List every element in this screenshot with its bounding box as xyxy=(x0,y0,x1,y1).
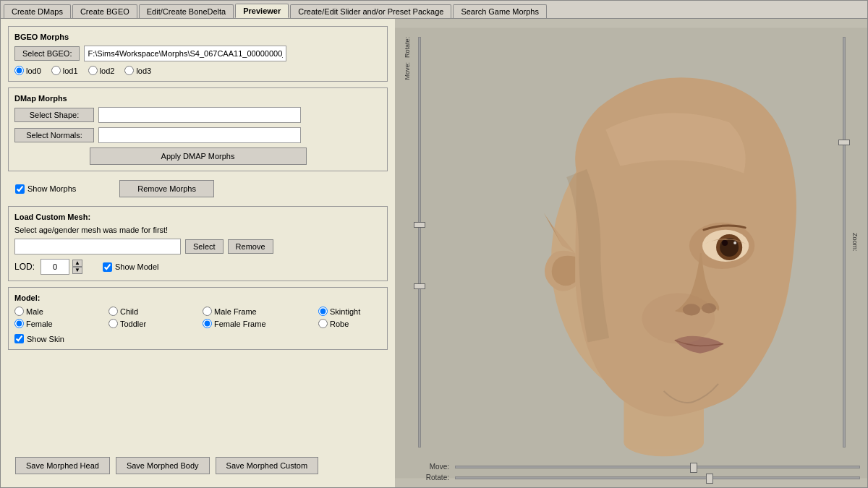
morphs-controls-row: Show Morphs Remove Morphs xyxy=(8,177,388,200)
svg-point-12 xyxy=(642,293,715,343)
show-morphs-checkbox-item[interactable]: Show Morphs xyxy=(15,184,76,194)
save-morphed-head-button[interactable]: Save Morphed Head xyxy=(15,457,110,474)
lod3-radio[interactable] xyxy=(124,66,134,75)
skintight-radio-item[interactable]: Skintight xyxy=(318,307,395,316)
left-slider-track xyxy=(418,37,421,448)
custom-mesh-remove-button[interactable]: Remove xyxy=(228,239,273,254)
head-render xyxy=(395,19,867,487)
apply-dmap-morphs-button[interactable]: Apply DMAP Morphs xyxy=(90,147,307,165)
toddler-radio-item[interactable]: Toddler xyxy=(109,319,203,328)
left-panel: BGEO Morphs Select BGEO: lod0 lod1 xyxy=(1,19,395,487)
lod1-radio-item[interactable]: lod1 xyxy=(51,66,78,75)
normals-input[interactable] xyxy=(98,127,301,143)
remove-morphs-button[interactable]: Remove Morphs xyxy=(119,180,214,197)
male-frame-radio-item[interactable]: Male Frame xyxy=(203,307,318,316)
main-window: Create DMaps Create BGEO Edit/Create Bon… xyxy=(0,0,868,488)
right-slider-area: Zoom: xyxy=(837,37,859,448)
select-shape-row: Select Shape: xyxy=(14,107,381,123)
tab-search-game-morphs[interactable]: Search Game Morphs xyxy=(453,4,547,18)
lod2-label: lod2 xyxy=(100,67,115,75)
left-slider-thumb2[interactable] xyxy=(414,283,425,289)
bottom-move-thumb[interactable] xyxy=(690,463,697,473)
model-section-title: Model: xyxy=(14,294,381,302)
viewport: Rotate: Move: Zoom: xyxy=(395,19,867,487)
content-area: BGEO Morphs Select BGEO: lod0 lod1 xyxy=(1,18,867,487)
rotate-label: Rotate: xyxy=(404,37,411,58)
load-custom-mesh-title: Load Custom Mesh: xyxy=(14,213,381,221)
toddler-radio[interactable] xyxy=(109,319,118,328)
male-label: Male xyxy=(26,307,43,316)
select-bgeo-button[interactable]: Select BGEO: xyxy=(14,46,80,61)
tab-create-dmaps[interactable]: Create DMaps xyxy=(4,4,71,18)
lod1-label: lod1 xyxy=(63,67,78,75)
lod-decrement-button[interactable]: ▼ xyxy=(72,267,82,274)
robe-radio[interactable] xyxy=(318,319,328,328)
select-normals-button[interactable]: Select Normals: xyxy=(14,128,94,142)
svg-point-9 xyxy=(733,241,736,244)
lod0-radio[interactable] xyxy=(14,66,24,75)
lod-value-input[interactable] xyxy=(41,259,69,275)
lod3-label: lod3 xyxy=(136,67,151,75)
toddler-label: Toddler xyxy=(120,320,146,328)
save-morphed-body-button[interactable]: Save Morphed Body xyxy=(116,457,210,474)
save-morphed-custom-button[interactable]: Save Morphed Custom xyxy=(216,457,319,474)
lod0-radio-item[interactable]: lod0 xyxy=(14,66,41,75)
left-slider-area: Rotate: Move: xyxy=(404,37,425,448)
male-radio[interactable] xyxy=(14,307,24,316)
custom-mesh-select-button[interactable]: Select xyxy=(185,239,224,254)
bottom-rotate-label: Rotate: xyxy=(417,474,449,481)
bottom-rotate-track[interactable] xyxy=(455,476,860,479)
custom-mesh-input[interactable] xyxy=(14,239,181,254)
custom-mesh-instruction: Select age/gender mesh was made for firs… xyxy=(14,226,381,234)
shape-input[interactable] xyxy=(98,107,301,123)
move-label: Move: xyxy=(404,62,411,80)
child-radio-item[interactable]: Child xyxy=(109,307,203,316)
female-frame-radio[interactable] xyxy=(203,319,212,328)
tab-create-bgeo[interactable]: Create BGEO xyxy=(72,4,137,18)
bgeo-file-path-input[interactable] xyxy=(84,46,286,61)
male-frame-radio[interactable] xyxy=(203,307,212,316)
show-model-checkbox[interactable] xyxy=(103,262,112,272)
robe-radio-item[interactable]: Robe xyxy=(318,319,395,328)
show-skin-checkbox[interactable] xyxy=(14,334,24,343)
lod-row: LOD: ▲ ▼ Show Model xyxy=(14,259,381,275)
show-skin-label: Show Skin xyxy=(27,335,64,343)
bgeo-select-row: Select BGEO: xyxy=(14,46,381,61)
lod3-radio-item[interactable]: lod3 xyxy=(124,66,151,75)
bottom-sliders: Move: Rotate: xyxy=(417,463,860,481)
female-radio[interactable] xyxy=(14,319,24,328)
model-grid: Male Child Male Frame Skin xyxy=(14,307,381,328)
bottom-rotate-thumb[interactable] xyxy=(706,474,713,484)
right-slider-track xyxy=(843,37,846,448)
female-frame-label: Female Frame xyxy=(214,320,266,328)
tab-edit-create-bonedelta[interactable]: Edit/Create BoneDelta xyxy=(139,4,234,18)
bottom-move-label: Move: xyxy=(417,463,449,471)
child-radio[interactable] xyxy=(109,307,118,316)
lod-label: LOD: xyxy=(14,262,35,272)
bottom-move-track[interactable] xyxy=(455,466,860,468)
bottom-buttons: Save Morphed Head Save Morphed Body Save… xyxy=(8,451,388,480)
lod2-radio-item[interactable]: lod2 xyxy=(88,66,115,75)
dmap-morphs-section: DMap Morphs Select Shape: Select Normals… xyxy=(8,87,388,171)
lod1-radio[interactable] xyxy=(51,66,61,75)
left-slider-thumb[interactable] xyxy=(414,222,425,228)
model-section: Model: Male Child Male Frame xyxy=(8,287,388,350)
dmap-morphs-title: DMap Morphs xyxy=(14,94,381,103)
tab-previewer[interactable]: Previewer xyxy=(235,4,289,18)
tab-create-edit-slider[interactable]: Create/Edit Slider and/or Preset Package xyxy=(290,4,451,18)
female-frame-radio-item[interactable]: Female Frame xyxy=(203,319,318,328)
select-shape-button[interactable]: Select Shape: xyxy=(14,108,94,122)
show-morphs-checkbox[interactable] xyxy=(15,184,25,194)
lod2-radio[interactable] xyxy=(88,66,98,75)
female-radio-item[interactable]: Female xyxy=(14,319,109,328)
lod-spinner: ▲ ▼ xyxy=(72,260,82,274)
show-model-checkbox-item[interactable]: Show Model xyxy=(103,262,159,272)
show-skin-checkbox-item[interactable]: Show Skin xyxy=(14,334,381,343)
male-radio-item[interactable]: Male xyxy=(14,307,109,316)
show-morphs-label: Show Morphs xyxy=(27,184,76,193)
custom-mesh-input-row: Select Remove xyxy=(14,239,381,254)
right-slider-thumb[interactable] xyxy=(838,140,850,145)
skintight-radio[interactable] xyxy=(318,307,328,316)
bgeo-morphs-title: BGEO Morphs xyxy=(14,33,381,41)
lod-increment-button[interactable]: ▲ xyxy=(72,260,82,267)
